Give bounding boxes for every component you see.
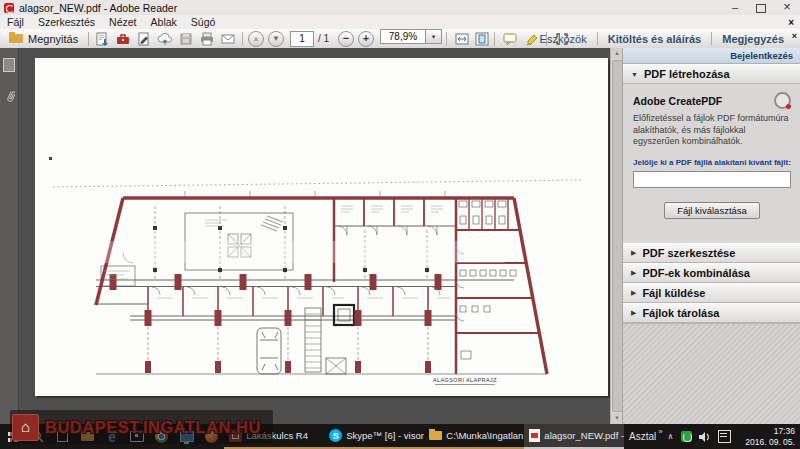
createpdf-service-icon [774, 92, 791, 109]
taskbar-item-explorer-munka[interactable]: C:\Munka\Ingatlan... [424, 424, 524, 449]
page-total-label: / 1 [318, 33, 329, 44]
pdf-file-icon [529, 429, 540, 442]
save-button[interactable] [176, 29, 196, 48]
sign-in-link[interactable]: Bejelentkezés [623, 48, 800, 64]
fit-width-button[interactable] [452, 29, 472, 48]
action-center-icon [718, 430, 731, 443]
page-number-input[interactable]: 1 [290, 31, 314, 47]
panel-section-combine-pdf[interactable]: ▶ PDF-ek kombinálása [623, 263, 800, 283]
createpdf-title: Adobe CreatePDF [633, 95, 722, 107]
panel-section-create-pdf[interactable]: ▼ PDF létrehozása [623, 64, 800, 84]
antivirus-icon [681, 431, 692, 442]
menubar-close-icon[interactable]: × [788, 17, 794, 28]
envelope-icon [220, 31, 236, 47]
tools-panel-button[interactable]: Eszközök [530, 33, 597, 45]
chevron-down-icon: ▾ [432, 33, 436, 40]
open-button[interactable]: Megnyitás [5, 29, 82, 48]
menu-file[interactable]: Fájl [0, 16, 31, 28]
panel-section-edit-pdf[interactable]: ▶ PDF szerkesztése [623, 243, 800, 263]
fit-width-icon [454, 31, 470, 47]
page-down-button[interactable]: ▼ [268, 29, 284, 48]
taskbar-item-skype[interactable]: S Skype™ [6] - visont... [324, 424, 424, 449]
share-cloud-button[interactable] [155, 29, 175, 48]
tray-volume-button[interactable] [695, 424, 714, 449]
plan-caption: ALAGSORI ALAPRAJZ [433, 377, 497, 383]
site-watermark: ⌂ BUDAPEST.INGATLAN.HU [10, 410, 273, 444]
cloud-upload-icon [157, 31, 173, 47]
zoom-level-input[interactable]: 78,9% [380, 29, 426, 44]
sign-pen-icon [136, 31, 152, 47]
fit-page-button[interactable] [472, 29, 492, 48]
desktop-toolbar-label[interactable]: Asztal » [624, 424, 662, 449]
tray-time: 17:36 [734, 426, 795, 437]
action-center-button[interactable] [714, 424, 733, 449]
toolbar: Megnyitás ▲ ▼ 1/ 1 − + 78,9% ▾ [0, 29, 800, 49]
sign-button[interactable] [134, 29, 154, 48]
file-select-input[interactable] [633, 171, 791, 188]
skype-icon: S [329, 429, 342, 442]
fit-page-icon [474, 31, 490, 47]
page-up-button[interactable]: ▲ [248, 29, 264, 48]
zoom-in-button[interactable]: + [358, 29, 374, 48]
chevron-up-icon: ∧ [667, 432, 673, 441]
choose-file-button[interactable]: Fájl kiválasztása [664, 202, 760, 219]
menu-edit[interactable]: Szerkesztés [31, 16, 102, 28]
panel-section-store-files[interactable]: ▶ Fájlok tárolása [623, 303, 800, 323]
main-area: ALAGSORI ALAPRAJZ ▲ ▼ Bejelentkezés ▼ PD… [0, 48, 800, 424]
document-area: ALAGSORI ALAPRAJZ [19, 48, 610, 424]
create-pdf-section-body: Adobe CreatePDF Előfizetéssel a fájlok P… [623, 84, 800, 233]
chevron-collapsed-icon: ▶ [631, 269, 636, 277]
chevron-expanded-icon: ▼ [631, 71, 638, 78]
minimize-button[interactable]: – [722, 0, 748, 15]
zoom-dropdown-button[interactable]: ▾ [426, 29, 442, 44]
open-folder-icon [9, 34, 23, 43]
attachments-paperclip-icon[interactable] [3, 90, 15, 108]
floppy-icon [178, 31, 194, 47]
menu-help[interactable]: Súgó [184, 16, 223, 28]
zoom-out-icon: − [338, 31, 354, 47]
print-button[interactable] [197, 29, 217, 48]
printer-icon [199, 31, 215, 47]
menu-window[interactable]: Ablak [144, 16, 184, 28]
adobe-reader-icon [4, 3, 14, 13]
screen: { "window": { "title": "alagsor_NEW.pdf … [0, 0, 800, 449]
close-button[interactable]: × [774, 0, 800, 15]
comment-panel-button[interactable]: Megjegyzés [712, 33, 794, 45]
save-online-button[interactable] [92, 29, 112, 48]
house-icon: ⌂ [12, 414, 39, 441]
tray-clock[interactable]: 17:36 2016. 09. 05. [734, 424, 800, 449]
panel-section-send-file[interactable]: ▶ Fájl küldése [623, 283, 800, 303]
folder-icon [429, 431, 442, 440]
chevrons-icon: » [658, 427, 662, 436]
panel-close-icon[interactable]: × [792, 31, 797, 41]
menu-bar: Fájl Szerkesztés Nézet Ablak Súgó × [0, 15, 800, 30]
menu-view[interactable]: Nézet [102, 16, 143, 28]
restore-icon [756, 4, 766, 13]
watermark-text: BUDAPEST.INGATLAN.HU [45, 418, 261, 437]
comment-bubble-icon [502, 31, 518, 47]
taskbar-item-pdf-active[interactable]: alagsor_NEW.pdf - ... [524, 424, 624, 449]
page-down-icon: ▼ [268, 31, 284, 47]
chevron-collapsed-icon: ▶ [631, 309, 636, 317]
toolbox-icon [115, 31, 131, 47]
page-thumbnails-icon[interactable] [3, 58, 15, 72]
restore-button[interactable] [748, 0, 774, 15]
tray-date: 2016. 09. 05. [734, 437, 795, 448]
comment-bubble-button[interactable] [500, 29, 520, 48]
panel-empty-hatch [623, 323, 800, 424]
create-pdf-button[interactable] [113, 29, 133, 48]
pdf-page: ALAGSORI ALAPRAJZ [35, 58, 608, 396]
chevron-collapsed-icon: ▶ [631, 289, 636, 297]
title-bar: alagsor_NEW.pdf - Adobe Reader – × [0, 0, 800, 15]
page-up-icon: ▲ [248, 31, 264, 47]
createpdf-description: Előfizetéssel a fájlok PDF formátumúra a… [633, 113, 791, 148]
tray-show-hidden-button[interactable]: ∧ [663, 424, 678, 449]
tray-antivirus-button[interactable] [678, 424, 695, 449]
doc-upload-icon [94, 31, 110, 47]
fill-sign-panel-button[interactable]: Kitöltés és aláírás [598, 33, 712, 45]
email-button[interactable] [218, 29, 238, 48]
zoom-out-button[interactable]: − [338, 29, 354, 48]
file-select-label: Jelölje ki a PDF fájllá alakítani kívánt… [633, 158, 791, 167]
window-title: alagsor_NEW.pdf - Adobe Reader [19, 2, 177, 14]
chevron-collapsed-icon: ▶ [631, 249, 636, 257]
